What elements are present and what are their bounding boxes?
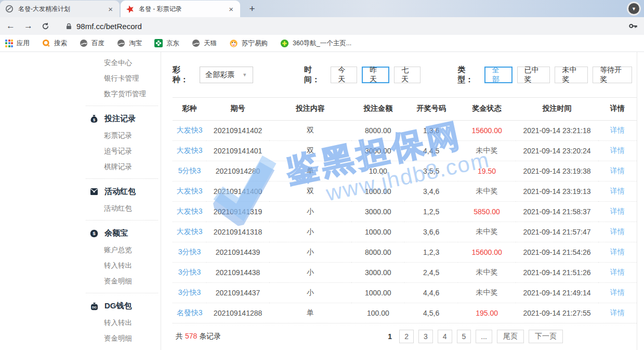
new-tab-button[interactable]: + — [244, 2, 260, 16]
globe-icon — [117, 39, 125, 47]
status-cell: 15600.00 — [458, 242, 516, 262]
lion-icon — [229, 39, 238, 48]
bookmark-item[interactable]: 苏宁易购 — [229, 39, 268, 48]
green-plus-icon — [280, 39, 289, 48]
table-row: 3分快320210914437小1000.004,4,6未中奖2021-09-1… — [173, 282, 637, 303]
sidebar-item[interactable]: 追号记录 — [83, 144, 161, 159]
sidebar-item[interactable]: 资金明细 — [83, 331, 161, 346]
column-header: 彩种 — [173, 98, 206, 120]
bookmark-label: 淘宝 — [129, 39, 142, 48]
lottery-cell[interactable]: 大发快3 — [173, 120, 206, 140]
status-cell: 未中奖 — [458, 222, 516, 242]
filter-button[interactable]: 今天 — [331, 67, 357, 83]
bookmark-item[interactable]: 天猫 — [192, 39, 217, 48]
bet-record-table: 彩种期号投注内容投注金额开奖号码奖金状态投注时间详情 大发快3202109141… — [173, 98, 637, 323]
bookmark-label: 京东 — [166, 39, 179, 48]
sidebar-item[interactable]: 活动红包 — [83, 201, 161, 216]
page-ellipsis-button[interactable]: ... — [476, 330, 492, 343]
sidebar-item[interactable]: 转入转出 — [83, 315, 161, 331]
lottery-cell[interactable]: 大发快3 — [173, 222, 206, 242]
filter-button[interactable]: 未中奖 — [555, 67, 588, 83]
bookmark-label: 搜索 — [54, 39, 67, 48]
sidebar-item[interactable]: 安全中心 — [83, 55, 161, 71]
next-page-button[interactable]: 下一页 — [529, 330, 563, 343]
issue-cell: 202109141318 — [206, 222, 269, 242]
slash-circle-icon — [5, 5, 14, 14]
lottery-cell[interactable]: 大发快3 — [173, 181, 206, 201]
last-page-button[interactable]: 尾页 — [497, 330, 524, 343]
lottery-cell[interactable]: 3分快3 — [173, 262, 206, 282]
sidebar-divider — [86, 106, 158, 106]
sidebar-item[interactable]: 资金明细 — [83, 274, 161, 289]
numbers-cell: 4,5,6 — [404, 303, 457, 323]
sidebar-item[interactable]: 棋牌记录 — [83, 159, 161, 175]
sidebar-item[interactable]: 账户总览 — [83, 242, 161, 258]
numbers-cell: 3,4,6 — [404, 181, 457, 201]
key-icon[interactable] — [629, 23, 638, 29]
lottery-cell[interactable]: 3分快3 — [173, 242, 206, 262]
lock-icon[interactable] — [66, 23, 72, 30]
numbers-cell: 2,4,5 — [404, 262, 457, 282]
url-text[interactable]: 98mf.cc/betRecord — [76, 22, 142, 31]
issue-cell: 20210914437 — [206, 282, 269, 303]
detail-cell[interactable]: 详情 — [598, 222, 637, 242]
lottery-cell[interactable]: 5分快3 — [173, 161, 206, 181]
sidebar-item[interactable]: 彩票记录 — [83, 128, 161, 144]
amount-cell: 100.00 — [351, 303, 404, 323]
bookmark-item[interactable]: 搜索 — [42, 39, 67, 48]
sidebar-section-header[interactable]: $余额宝 — [83, 224, 161, 242]
page-number-button[interactable]: 4 — [438, 330, 452, 343]
download-extension-button[interactable]: ▼ — [627, 2, 641, 16]
detail-cell[interactable]: 详情 — [598, 303, 637, 323]
lottery-select[interactable]: 全部彩票 ▼ — [200, 67, 253, 83]
filter-button[interactable]: 昨天 — [362, 67, 389, 83]
detail-cell[interactable]: 详情 — [598, 201, 637, 222]
page-body: 安全中心银行卡管理数字货币管理$投注记录彩票记录追号记录棋牌记录活动红包活动红包… — [0, 52, 644, 350]
filter-button[interactable]: 七天 — [394, 67, 420, 83]
page-number-button[interactable]: 2 — [399, 330, 414, 343]
filter-button[interactable]: 已中奖 — [517, 67, 550, 83]
bookmark-item[interactable]: 淘宝 — [117, 39, 142, 48]
lottery-filter-label: 彩种： — [173, 65, 194, 85]
content-cell: 小 — [269, 201, 351, 222]
detail-cell[interactable]: 详情 — [598, 140, 637, 161]
back-icon[interactable]: ← — [6, 21, 15, 31]
numbers-cell: 1,2,3 — [404, 242, 457, 262]
time-cell: 2021-09-14 23:19:13 — [516, 181, 598, 201]
bookmark-label: 天猫 — [204, 39, 217, 48]
sidebar-section-header[interactable]: DGDG钱包 — [83, 297, 161, 315]
browser-tab[interactable]: 名發 - 彩票记录× — [121, 1, 240, 17]
detail-cell[interactable]: 详情 — [598, 161, 637, 181]
sidebar-item[interactable]: 数字货币管理 — [83, 86, 161, 102]
filter-button[interactable]: 等待开奖 — [593, 67, 632, 83]
detail-cell[interactable]: 详情 — [598, 181, 637, 201]
sidebar-section-header[interactable]: 活动红包 — [83, 183, 161, 201]
lottery-cell[interactable]: 大发快3 — [173, 140, 206, 161]
tab-close-icon[interactable]: × — [107, 5, 114, 14]
lottery-cell[interactable]: 名發快3 — [173, 303, 206, 323]
browser-tab[interactable]: 名發-大发精准计划× — [0, 1, 120, 17]
bookmark-item[interactable]: 360导航_一个主页... — [280, 39, 351, 48]
bookmark-item[interactable]: 京东 — [154, 39, 179, 48]
lottery-cell[interactable]: 3分快3 — [173, 282, 206, 303]
column-header: 投注金额 — [351, 98, 404, 120]
filter-button[interactable]: 全部 — [484, 67, 512, 83]
detail-cell[interactable]: 详情 — [598, 120, 637, 140]
count-suffix: 条记录 — [199, 332, 221, 340]
bookmark-item[interactable]: 百度 — [80, 39, 104, 48]
detail-cell[interactable]: 详情 — [598, 262, 637, 282]
sidebar-section-header[interactable]: $投注记录 — [83, 110, 161, 128]
bookmark-item[interactable]: 应用 — [5, 39, 30, 48]
tab-close-icon[interactable]: × — [227, 5, 235, 14]
refresh-icon[interactable] — [42, 22, 49, 30]
sidebar-item[interactable]: 转入转出 — [83, 258, 161, 274]
page-number-button[interactable]: 3 — [418, 330, 433, 343]
sidebar-divider — [86, 178, 158, 179]
detail-cell[interactable]: 详情 — [598, 242, 637, 262]
lottery-cell[interactable]: 大发快3 — [173, 201, 206, 222]
detail-cell[interactable]: 详情 — [598, 282, 637, 303]
sidebar-item[interactable]: 银行卡管理 — [83, 71, 161, 86]
forward-icon[interactable]: → — [24, 21, 33, 31]
page-number-button[interactable]: 5 — [457, 330, 471, 343]
content-cell: 小 — [269, 262, 351, 282]
